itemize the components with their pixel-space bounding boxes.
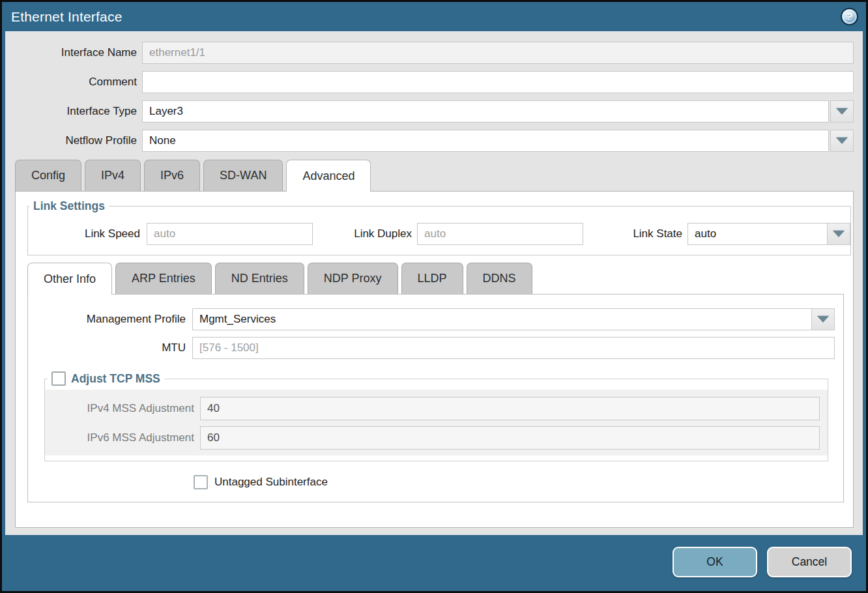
dialog-title: Ethernet Interface bbox=[11, 9, 841, 25]
tab-ipv6[interactable]: IPv6 bbox=[144, 160, 200, 191]
management-profile-field[interactable] bbox=[192, 308, 811, 330]
ipv4-mss-label: IPv4 MSS Adjustment bbox=[45, 402, 194, 415]
tab-ddns[interactable]: DDNS bbox=[467, 263, 532, 294]
link-speed-field[interactable] bbox=[147, 223, 313, 245]
ipv4-mss-row: IPv4 MSS Adjustment bbox=[45, 397, 820, 420]
netflow-profile-label: Netflow Profile bbox=[14, 134, 137, 147]
mtu-label: MTU bbox=[28, 341, 186, 354]
ipv6-mss-row: IPv6 MSS Adjustment bbox=[45, 426, 820, 450]
interface-name-row: Interface Name bbox=[5, 42, 863, 64]
tab-nd-entries[interactable]: ND Entries bbox=[215, 263, 304, 294]
interface-name-label: Interface Name bbox=[14, 46, 137, 59]
ok-button[interactable]: OK bbox=[673, 547, 757, 577]
interface-name-field bbox=[142, 42, 854, 64]
tab-ndp-proxy[interactable]: NDP Proxy bbox=[308, 263, 398, 294]
link-state-label: Link State bbox=[622, 227, 682, 240]
untagged-subinterface-checkbox[interactable] bbox=[194, 475, 208, 489]
cancel-button[interactable]: Cancel bbox=[767, 547, 852, 577]
netflow-profile-field[interactable] bbox=[142, 130, 829, 152]
tab-arp-entries[interactable]: ARP Entries bbox=[115, 263, 212, 294]
comment-field[interactable] bbox=[142, 71, 854, 93]
interface-type-dropdown-button[interactable] bbox=[830, 100, 854, 123]
netflow-profile-row: Netflow Profile bbox=[5, 130, 863, 152]
adjust-tcp-mss-legend: Adjust TCP MSS bbox=[48, 371, 164, 386]
tab-lldp[interactable]: LLDP bbox=[401, 263, 463, 294]
adjust-tcp-mss-fieldset: Adjust TCP MSS IPv4 MSS Adjustment IPv6 … bbox=[44, 371, 828, 461]
link-duplex-field[interactable] bbox=[417, 223, 583, 245]
comment-row: Comment bbox=[5, 71, 863, 93]
other-info-panel: Management Profile MTU Adjust bbox=[27, 294, 844, 502]
link-state-dropdown-button[interactable] bbox=[827, 223, 850, 245]
link-state-combo bbox=[687, 223, 850, 245]
untagged-subinterface-row: Untagged Subinterface bbox=[194, 475, 835, 489]
chevron-down-icon bbox=[836, 108, 848, 115]
interface-type-row: Interface Type bbox=[5, 100, 863, 123]
footer-bar: OK Cancel bbox=[2, 535, 866, 591]
help-icon[interactable]: ? bbox=[841, 8, 858, 25]
dialog-content: Interface Name Comment Interface Type Ne… bbox=[5, 31, 863, 535]
link-settings-legend: Link Settings bbox=[29, 199, 109, 213]
link-duplex-label: Link Duplex bbox=[340, 227, 412, 240]
inner-tabstrip: Other Info ARP Entries ND Entries NDP Pr… bbox=[27, 263, 845, 294]
interface-type-field[interactable] bbox=[142, 100, 829, 123]
link-state-field[interactable] bbox=[687, 223, 827, 245]
title-bar: Ethernet Interface ? bbox=[2, 2, 866, 31]
interface-type-label: Interface Type bbox=[14, 105, 137, 118]
management-profile-label: Management Profile bbox=[28, 313, 186, 326]
link-settings-row: Link Speed Link Duplex Link State bbox=[28, 217, 850, 245]
management-profile-dropdown-button[interactable] bbox=[811, 308, 835, 330]
chevron-down-icon bbox=[833, 231, 845, 237]
main-tabstrip: Config IPv4 IPv6 SD-WAN Advanced bbox=[5, 160, 863, 191]
mss-disabled-section: IPv4 MSS Adjustment IPv6 MSS Adjustment bbox=[45, 390, 828, 456]
ipv6-mss-field bbox=[200, 426, 820, 450]
link-speed-label: Link Speed bbox=[28, 227, 140, 240]
untagged-subinterface-label: Untagged Subinterface bbox=[214, 476, 328, 489]
tab-advanced[interactable]: Advanced bbox=[286, 160, 371, 192]
adjust-tcp-mss-label: Adjust TCP MSS bbox=[71, 372, 160, 386]
tab-ipv4[interactable]: IPv4 bbox=[85, 160, 141, 191]
mtu-row: MTU bbox=[28, 337, 835, 359]
management-profile-combo bbox=[192, 308, 835, 330]
management-profile-row: Management Profile bbox=[28, 308, 835, 330]
advanced-tab-panel: Link Settings Link Speed Link Duplex Lin… bbox=[15, 191, 854, 528]
comment-label: Comment bbox=[14, 76, 137, 89]
ipv4-mss-field bbox=[200, 397, 820, 420]
chevron-down-icon bbox=[836, 137, 848, 144]
ethernet-interface-dialog: Ethernet Interface ? Interface Name Comm… bbox=[0, 0, 868, 593]
tab-config[interactable]: Config bbox=[15, 160, 81, 191]
ipv6-mss-label: IPv6 MSS Adjustment bbox=[45, 431, 194, 444]
tab-sdwan[interactable]: SD-WAN bbox=[203, 160, 283, 191]
adjust-tcp-mss-checkbox[interactable] bbox=[51, 371, 66, 386]
tab-other-info[interactable]: Other Info bbox=[27, 263, 112, 295]
mtu-field[interactable] bbox=[192, 337, 835, 359]
link-settings-fieldset: Link Settings Link Speed Link Duplex Lin… bbox=[27, 199, 851, 255]
netflow-profile-dropdown-button[interactable] bbox=[830, 130, 854, 152]
chevron-down-icon bbox=[817, 316, 829, 323]
